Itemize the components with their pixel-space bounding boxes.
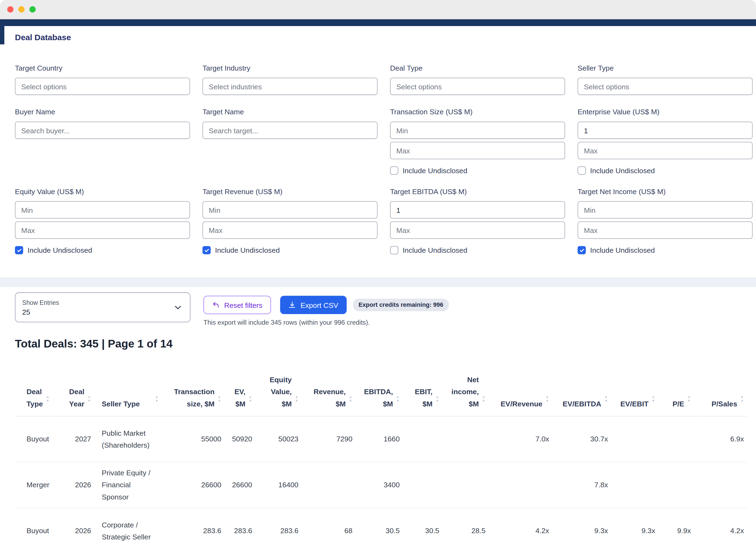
equity-value-label: Equity Value (US$ M) (15, 187, 190, 196)
sort-icon[interactable]: ▲▼ (248, 395, 252, 402)
filter-seller-type: Seller Type (578, 64, 752, 95)
cell-equity-value: 50023 (262, 416, 308, 462)
cell-ebit (409, 416, 449, 462)
buyer-name-input[interactable] (15, 122, 190, 139)
sort-icon[interactable]: ▲▼ (435, 395, 439, 402)
target-ebitda-include-undisclosed-checkbox[interactable]: Include Undisclosed (390, 246, 565, 254)
col-header-ev[interactable]: EV, $M▲▼ (231, 367, 262, 416)
sort-icon[interactable]: ▲▼ (651, 395, 655, 402)
equity-value-include-undisclosed-checkbox[interactable]: Include Undisclosed (15, 246, 190, 254)
section-divider (0, 278, 756, 287)
target-industry-label: Target Industry (203, 64, 378, 72)
results-section: Show Entries 25 Reset filters (0, 287, 756, 547)
target-revenue-include-undisclosed-checkbox[interactable]: Include Undisclosed (203, 246, 378, 254)
seller-type-select[interactable] (578, 78, 752, 95)
filter-enterprise-value: Enterprise Value (US$ M) Include Undiscl… (578, 107, 752, 174)
col-header-ev-ebitda[interactable]: EV/EBITDA▲▼ (559, 367, 618, 416)
sort-icon[interactable]: ▲▼ (87, 395, 91, 402)
undo-icon (212, 301, 220, 309)
target-revenue-max-input[interactable] (203, 221, 378, 239)
col-header-p-sales[interactable]: P/Sales▲▼ (701, 367, 747, 416)
sort-icon[interactable]: ▲▼ (396, 395, 400, 402)
table-controls: Show Entries 25 Reset filters (15, 293, 743, 326)
target-country-select[interactable] (15, 78, 190, 95)
cell-pe (665, 416, 701, 462)
transaction-size-min-input[interactable] (390, 122, 565, 139)
header-row: Deal Type▲▼ Deal Year▲▼ Seller Type▲▼ Tr… (15, 367, 747, 416)
cell-deal-type: Buyout (15, 508, 55, 547)
include-undisclosed-label: Include Undisclosed (590, 246, 655, 254)
filter-grid: Target Country Target Industry Deal Type… (15, 64, 752, 254)
sort-icon[interactable]: ▲▼ (155, 395, 159, 402)
export-note: This export will include 345 rows (withi… (203, 319, 449, 326)
col-header-ebit[interactable]: EBIT, $M▲▼ (409, 367, 449, 416)
minimize-button[interactable] (18, 6, 25, 12)
sort-icon[interactable]: ▲▼ (740, 395, 744, 402)
col-header-seller-type[interactable]: Seller Type▲▼ (102, 367, 171, 416)
filter-target-name: Target Name (203, 107, 378, 174)
enterprise-value-min-input[interactable] (578, 122, 752, 139)
target-industry-select[interactable] (203, 78, 378, 95)
sort-icon[interactable]: ▲▼ (482, 395, 486, 402)
cell-deal-type: Merger (15, 462, 55, 508)
sort-icon[interactable]: ▲▼ (349, 395, 352, 402)
enterprise-value-include-undisclosed-checkbox[interactable]: Include Undisclosed (578, 166, 752, 174)
cell-transaction-size: 55000 (171, 416, 231, 462)
target-ebitda-min-input[interactable] (390, 201, 565, 218)
target-name-input[interactable] (203, 122, 378, 139)
show-entries-select[interactable]: Show Entries 25 (15, 293, 190, 322)
cell-seller-type: Corporate / Strategic Seller (102, 508, 171, 547)
col-header-deal-type[interactable]: Deal Type▲▼ (15, 367, 55, 416)
filter-target-ebitda: Target EBITDA (US$ M) Include Undisclose… (390, 187, 565, 254)
col-header-ebitda[interactable]: EBITDA, $M▲▼ (362, 367, 409, 416)
reset-filters-button[interactable]: Reset filters (203, 296, 271, 314)
export-credits-badge: Export credits remaining: 996 (353, 299, 449, 311)
target-revenue-min-input[interactable] (203, 201, 378, 218)
enterprise-value-label: Enterprise Value (US$ M) (578, 107, 752, 116)
include-undisclosed-label: Include Undisclosed (27, 246, 92, 254)
filter-target-country: Target Country (15, 64, 190, 95)
chevron-down-icon (174, 303, 182, 312)
col-header-transaction-size[interactable]: Transaction size, $M▲▼ (171, 367, 231, 416)
filter-target-industry: Target Industry (203, 64, 378, 95)
cell-ev-ebitda: 30.7x (559, 416, 618, 462)
transaction-size-label: Transaction Size (US$ M) (390, 107, 565, 116)
col-header-revenue[interactable]: Revenue, $M▲▼ (308, 367, 362, 416)
zoom-button[interactable] (29, 6, 36, 12)
transaction-size-include-undisclosed-checkbox[interactable]: Include Undisclosed (390, 166, 565, 174)
target-net-income-min-input[interactable] (578, 201, 752, 218)
sort-icon[interactable]: ▲▼ (687, 395, 691, 402)
col-header-pe[interactable]: P/E▲▼ (665, 367, 701, 416)
include-undisclosed-label: Include Undisclosed (403, 166, 467, 174)
cell-pe (665, 462, 701, 508)
enterprise-value-max-input[interactable] (578, 142, 752, 159)
sort-icon[interactable]: ▲▼ (218, 395, 221, 402)
col-header-ev-ebit[interactable]: EV/EBIT▲▼ (618, 367, 665, 416)
target-revenue-label: Target Revenue (US$ M) (203, 187, 378, 196)
deal-type-select[interactable] (390, 78, 565, 95)
transaction-size-max-input[interactable] (390, 142, 565, 159)
sort-icon[interactable]: ▲▼ (295, 395, 298, 402)
equity-value-max-input[interactable] (15, 221, 190, 239)
table-row: Buyout 2026 Corporate / Strategic Seller… (15, 508, 747, 547)
equity-value-min-input[interactable] (15, 201, 190, 218)
close-button[interactable] (7, 6, 14, 12)
sort-icon[interactable]: ▲▼ (46, 395, 50, 402)
checkmark-icon (203, 246, 211, 254)
target-name-label: Target Name (203, 107, 378, 116)
sort-icon[interactable]: ▲▼ (545, 395, 549, 402)
cell-deal-year: 2026 (55, 508, 102, 547)
col-header-deal-year[interactable]: Deal Year▲▼ (55, 367, 102, 416)
col-header-equity-value[interactable]: Equity Value, $M▲▼ (262, 367, 308, 416)
sort-icon[interactable]: ▲▼ (604, 395, 608, 402)
cell-ev-ebit (618, 416, 665, 462)
target-net-income-include-undisclosed-checkbox[interactable]: Include Undisclosed (578, 246, 752, 254)
export-csv-button[interactable]: Export CSV (280, 296, 346, 314)
cell-ev-revenue: 7.0x (495, 416, 559, 462)
target-ebitda-label: Target EBITDA (US$ M) (390, 187, 565, 196)
target-net-income-max-input[interactable] (578, 221, 752, 239)
target-ebitda-max-input[interactable] (390, 221, 565, 239)
page-title: Deal Database (15, 33, 752, 43)
col-header-ev-revenue[interactable]: EV/Revenue▲▼ (495, 367, 559, 416)
col-header-net-income[interactable]: Net income, $M▲▼ (449, 367, 495, 416)
